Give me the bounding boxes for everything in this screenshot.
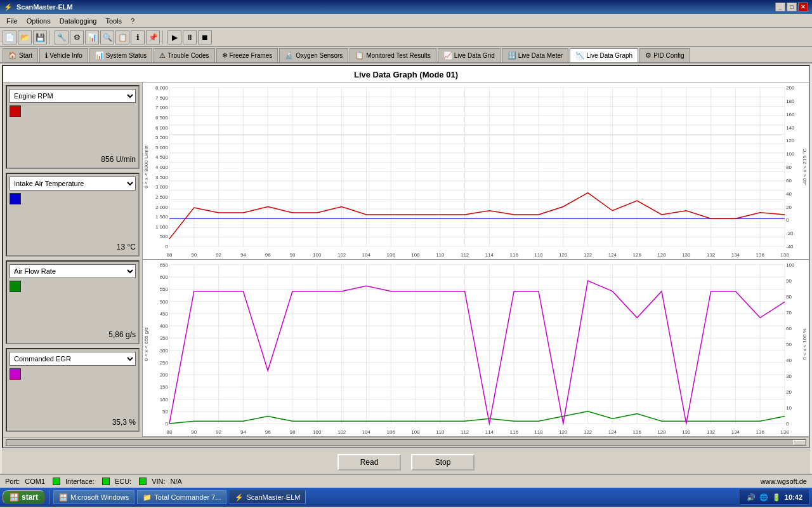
interface-label: Interface:	[65, 478, 95, 485]
tab-trouble-codes[interactable]: ⚠ Trouble Codes	[154, 48, 214, 62]
commander-app-icon: 📁	[143, 493, 152, 502]
tab-system-status[interactable]: 📊 System Status	[89, 48, 152, 62]
toolbar-btn3[interactable]: 📊	[85, 30, 99, 44]
toolbar-btn5[interactable]: 📋	[115, 30, 129, 44]
pid-config-icon: ⚙	[645, 51, 652, 60]
tabbar: 🏠 Start ℹ Vehicle Info 📊 System Status ⚠…	[0, 47, 812, 64]
tab-freeze-frames[interactable]: ❄ Freeze Frames	[216, 48, 278, 62]
menu-options[interactable]: Options	[23, 16, 55, 26]
website-link[interactable]: www.wgsoft.de	[761, 478, 807, 485]
page-title: Live Data Graph (Mode 01)	[3, 66, 809, 83]
stop-button[interactable]: Stop	[411, 454, 475, 471]
toolbar-new[interactable]: 📄	[3, 30, 16, 44]
taskbar-sep	[49, 490, 49, 504]
tab-oxygen-sensors[interactable]: 🔬 Oxygen Sensors	[279, 48, 348, 62]
scrollbar-track[interactable]	[6, 439, 806, 446]
read-button[interactable]: Read	[337, 454, 401, 471]
tray-icon-sound: 🔊	[747, 493, 756, 502]
vehicle-info-icon: ℹ	[45, 51, 48, 60]
toolbar-btn10[interactable]: ⏹	[198, 30, 212, 44]
start-icon: 🏠	[8, 51, 17, 60]
live-data-meter-icon: 🔢	[508, 51, 516, 60]
titlebar-controls: _ □ ✕	[775, 3, 808, 11]
tab-live-data-graph[interactable]: 📉 Live Data Graph	[570, 48, 638, 62]
ecu-label: ECU:	[115, 478, 131, 485]
menu-help[interactable]: ?	[127, 16, 138, 26]
statusbar: Port: COM1 Interface: ECU: VIN: N/A www.…	[0, 474, 812, 488]
scanmaster-app-label: ScanMaster-ELM	[246, 493, 300, 501]
live-data-graph-icon: 📉	[575, 51, 584, 60]
action-bar: Read Stop	[2, 450, 810, 474]
sensor-dropdown-rpm[interactable]: Engine RPM	[10, 89, 136, 103]
toolbar-btn1[interactable]: 🔧	[55, 30, 69, 44]
windows-app-label: Microsoft Windows	[70, 493, 129, 501]
toolbar-btn6[interactable]: ℹ	[131, 30, 145, 44]
sensor-dropdown-egr[interactable]: Commanded EGR	[10, 352, 136, 366]
menu-file[interactable]: File	[3, 16, 22, 26]
monitored-test-icon: 📋	[355, 51, 364, 60]
tab-live-data-meter[interactable]: 🔢 Live Data Meter	[502, 48, 569, 62]
scrollbar-thumb[interactable]	[793, 440, 806, 445]
menubar: File Options Datalogging Tools ?	[0, 14, 812, 28]
sensor-value-rpm: 856 U/min	[101, 155, 136, 165]
tab-monitored-test[interactable]: 📋 Monitored Test Results	[350, 48, 436, 62]
sensor-value-temp: 13 °C	[117, 243, 136, 253]
menu-tools[interactable]: Tools	[102, 16, 126, 26]
chart-flow-egr	[143, 260, 809, 437]
chart-rpm-temp	[143, 83, 809, 260]
tab-start[interactable]: 🏠 Start	[3, 48, 38, 62]
sensor-value-egr: 35,3 %	[112, 418, 136, 428]
port-label: Port:	[5, 478, 20, 485]
sensor-panel-rpm: Engine RPM 856 U/min	[6, 85, 140, 169]
windows-app-icon: 🪟	[59, 493, 68, 502]
sensor-dropdown-flow[interactable]: Air Flow Rate	[10, 264, 136, 278]
window-title: ScanMaster-ELM	[16, 3, 73, 11]
tab-live-data-grid[interactable]: 📈 Live Data Grid	[438, 48, 501, 62]
taskbar: 🪟 start 🪟 Microsoft Windows 📁 Total Comm…	[0, 488, 812, 507]
minimize-button[interactable]: _	[775, 3, 785, 11]
live-data-grid-icon: 📈	[443, 51, 452, 60]
start-button[interactable]: 🪟 start	[3, 490, 45, 504]
chart2-canvas	[143, 260, 809, 436]
taskbar-app-windows[interactable]: 🪟 Microsoft Windows	[53, 490, 134, 504]
vin-label: VIN:	[152, 478, 165, 485]
freeze-frames-icon: ❄	[222, 51, 228, 60]
maximize-button[interactable]: □	[787, 3, 797, 11]
taskbar-app-scanmaster[interactable]: ⚡ ScanMaster-ELM	[229, 490, 306, 504]
sensor-dropdown-temp[interactable]: Intake Air Temperature	[10, 177, 136, 190]
scrollbar-area	[3, 437, 809, 447]
sensor-panel-temp: Intake Air Temperature 13 °C	[6, 173, 140, 257]
sensor-value-flow: 5,86 g/s	[108, 330, 136, 340]
toolbar-btn4[interactable]: 🔍	[100, 30, 114, 44]
sensor-panel-egr: Commanded EGR 35,3 %	[6, 348, 140, 432]
interface-indicator	[102, 478, 110, 485]
vin-value: N/A	[171, 478, 182, 485]
taskbar-app-commander[interactable]: 📁 Total Commander 7...	[137, 490, 226, 504]
tab-vehicle-info[interactable]: ℹ Vehicle Info	[39, 48, 88, 62]
sensor-color-flow	[10, 281, 21, 292]
taskbar-time: 10:42	[785, 493, 802, 501]
menu-datalogging[interactable]: Datalogging	[56, 16, 101, 26]
toolbar-sep-1	[49, 30, 52, 44]
scanmaster-app-icon: ⚡	[235, 493, 244, 502]
sensor-panel-flow: Air Flow Rate 5,86 g/s	[6, 260, 140, 344]
port-value: COM1	[25, 478, 45, 485]
toolbar-save[interactable]: 💾	[33, 30, 47, 44]
sensor-color-rpm	[10, 105, 21, 117]
oxygen-sensors-icon: 🔬	[285, 51, 294, 60]
tray-icon-network: 🌐	[759, 493, 768, 502]
toolbar-btn9[interactable]: ⏸	[183, 30, 197, 44]
close-button[interactable]: ✕	[798, 3, 808, 11]
toolbar-btn7[interactable]: 📌	[146, 30, 160, 44]
system-tray: 🔊 🌐 🔋 10:42	[740, 490, 809, 505]
sensor-color-egr	[10, 368, 21, 380]
tab-pid-config[interactable]: ⚙ PID Config	[639, 48, 690, 62]
tray-icon-battery: 🔋	[772, 493, 781, 502]
sensor-color-temp	[10, 193, 21, 204]
toolbar-sep-2	[162, 30, 165, 44]
toolbar-open[interactable]: 📂	[18, 30, 32, 44]
toolbar-btn8[interactable]: ▶	[167, 30, 181, 44]
chart1-canvas	[143, 83, 809, 259]
app-icon: ⚡	[4, 3, 13, 11]
toolbar-btn2[interactable]: ⚙	[70, 30, 84, 44]
